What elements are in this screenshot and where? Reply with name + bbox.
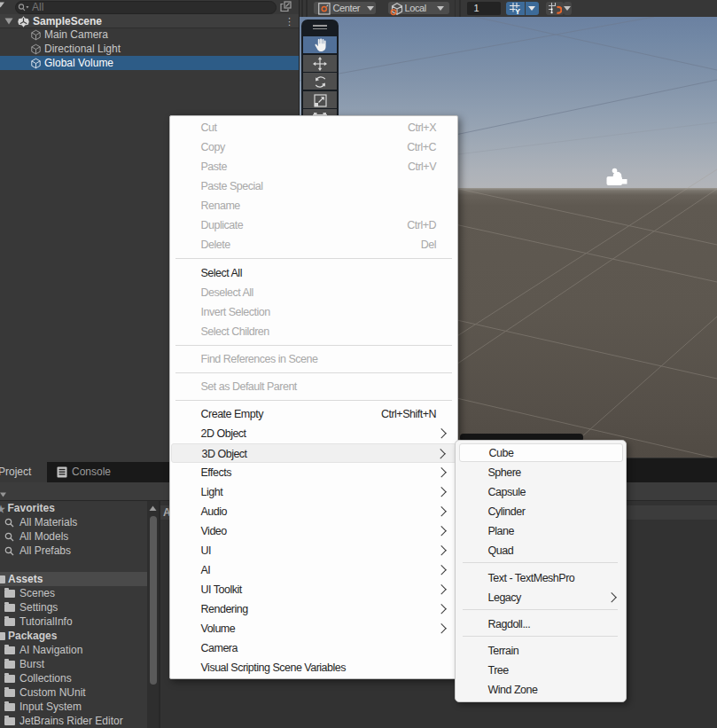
svg-text:Y: Y: [515, 7, 520, 15]
